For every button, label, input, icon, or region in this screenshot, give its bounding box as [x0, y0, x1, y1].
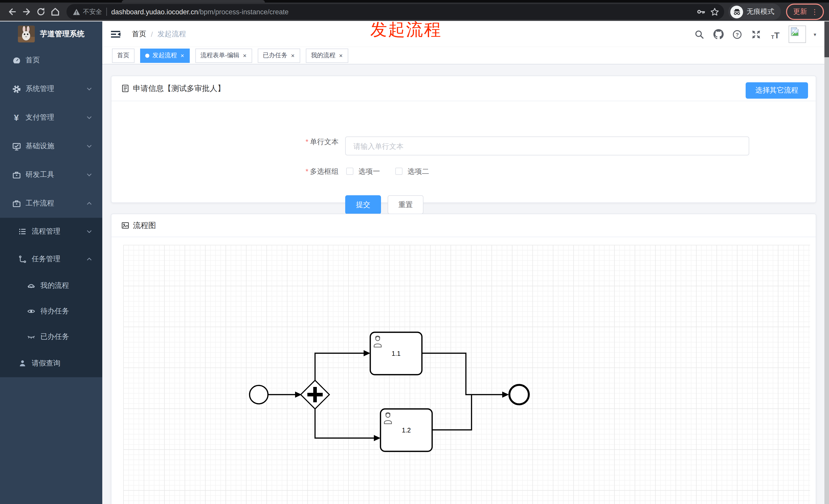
- sidebar-item-label: 请假查询: [32, 359, 94, 368]
- robot-face-icon: [27, 281, 36, 290]
- bpmn-user-task-1[interactable]: 1.1: [370, 332, 422, 375]
- app-title: 芋道管理系统: [40, 29, 84, 39]
- tab-label: 首页: [117, 51, 130, 60]
- choose-other-process-button[interactable]: 选择其它流程: [746, 82, 808, 99]
- required-asterisk: *: [305, 167, 309, 175]
- font-size-button[interactable]: TT: [770, 29, 781, 40]
- checkbox-option-1-label[interactable]: 选项一: [359, 164, 380, 179]
- sidebar-item-done-tasks[interactable]: 已办任务: [0, 324, 102, 350]
- sidebar-item-process-management[interactable]: 流程管理: [0, 218, 102, 245]
- home-icon: [50, 7, 60, 17]
- sidebar-item-workflow[interactable]: 工作流程: [0, 189, 102, 218]
- page-annotation: 发起流程: [370, 18, 442, 41]
- single-line-text-input[interactable]: [345, 137, 749, 155]
- sidebar-item-home[interactable]: 首页: [0, 46, 102, 75]
- flow-task2-to-end[interactable]: [432, 395, 471, 430]
- tab-my-process[interactable]: 我的流程 ×: [306, 48, 348, 63]
- address-bar[interactable]: 不安全 dashboard.yudao.iocoder.cn/bpm/proce…: [67, 4, 724, 20]
- flow-task1-to-end[interactable]: [422, 353, 503, 395]
- sidebar-item-leave-query[interactable]: 请假查询: [0, 350, 102, 377]
- eye-closed-icon: [27, 332, 36, 342]
- bpmn-end-event[interactable]: [509, 385, 529, 404]
- reload-button[interactable]: [34, 5, 48, 19]
- incognito-badge: 无痕模式: [728, 4, 781, 20]
- url-path: /bpm/process-instance/create: [198, 8, 288, 15]
- sidebar-item-my-process[interactable]: 我的流程: [0, 273, 102, 299]
- sidebar-item-label: 已办任务: [40, 332, 94, 342]
- task-label: 1.2: [402, 427, 411, 434]
- chevron-down-icon: [86, 87, 92, 91]
- tab-process-form-edit[interactable]: 流程表单-编辑 ×: [195, 48, 252, 63]
- font-size-icon: T: [771, 35, 774, 40]
- sidebar-item-label: 系统管理: [26, 84, 86, 93]
- bpmn-parallel-gateway[interactable]: [301, 380, 329, 409]
- briefcase-icon: [12, 199, 21, 208]
- list-icon: [18, 227, 27, 236]
- checkbox-option-2-label[interactable]: 选项二: [407, 164, 429, 179]
- github-button[interactable]: [713, 29, 724, 40]
- bpmn-canvas[interactable]: 1.1 1.2: [123, 245, 810, 504]
- search-button[interactable]: [694, 29, 705, 40]
- scrollbar-thumb[interactable]: [824, 22, 829, 57]
- password-key-button[interactable]: [694, 5, 708, 18]
- fullscreen-icon: [752, 29, 761, 39]
- sidebar-item-label: 研发工具: [26, 170, 86, 180]
- browser-update-button[interactable]: 更新 ⋮: [786, 4, 824, 20]
- app-logo-row[interactable]: 芋道管理系统: [0, 22, 102, 46]
- sidebar: 芋道管理系统 首页 系统管理 ¥ 支付管理 基础设施: [0, 22, 102, 504]
- browser-active-tab[interactable]: [122, 0, 265, 3]
- checkbox-option-1[interactable]: [346, 168, 353, 175]
- flow-gateway-to-task1[interactable]: [315, 353, 365, 381]
- url-text: dashboard.yudao.iocoder.cn/bpm/process-i…: [111, 8, 288, 15]
- sidebar-item-task-management[interactable]: 任务管理: [0, 245, 102, 273]
- tab-done-tasks[interactable]: 已办任务 ×: [258, 48, 300, 63]
- close-icon[interactable]: ×: [243, 52, 247, 59]
- chevron-up-icon: [86, 257, 92, 261]
- url-host: dashboard.yudao.iocoder.cn: [111, 8, 198, 15]
- page-scrollbar[interactable]: [824, 22, 829, 504]
- tab-home[interactable]: 首页: [112, 48, 135, 63]
- process-diagram-card: 流程图: [111, 214, 816, 504]
- breadcrumb-home[interactable]: 首页: [132, 30, 146, 39]
- bpmn-start-event[interactable]: [250, 385, 268, 404]
- chevron-down-icon: [86, 173, 92, 177]
- sidebar-item-infrastructure[interactable]: 基础设施: [0, 132, 102, 160]
- dashboard-icon: [12, 56, 21, 65]
- flow-gateway-to-task2[interactable]: [315, 409, 375, 438]
- back-button[interactable]: [5, 5, 20, 19]
- tab-initiate-process[interactable]: 发起流程 ×: [140, 48, 190, 63]
- breadcrumb-current: 发起流程: [157, 30, 186, 39]
- omnibox-divider: [106, 8, 107, 16]
- bpmn-user-task-2[interactable]: 1.2: [381, 409, 432, 451]
- home-button[interactable]: [48, 5, 62, 19]
- close-icon[interactable]: ×: [290, 52, 295, 59]
- tab-label: 我的流程: [311, 51, 335, 60]
- reset-button[interactable]: 重置: [388, 195, 424, 214]
- avatar-caret-icon[interactable]: ▾: [814, 31, 816, 37]
- sidebar-item-payment[interactable]: ¥ 支付管理: [0, 103, 102, 132]
- submit-button[interactable]: 提交: [345, 195, 381, 214]
- sidebar-item-todo-tasks[interactable]: 待办任务: [0, 299, 102, 324]
- sidebar-collapse-button[interactable]: [110, 29, 121, 39]
- sidebar-item-dev-tools[interactable]: 研发工具: [0, 160, 102, 189]
- checkbox-option-2[interactable]: [395, 168, 402, 175]
- close-icon[interactable]: ×: [338, 52, 343, 59]
- help-button[interactable]: ?: [732, 29, 743, 40]
- card-title: 申请信息【测试多审批人】: [133, 84, 225, 93]
- close-icon[interactable]: ×: [180, 52, 185, 59]
- security-label: 不安全: [83, 7, 102, 16]
- active-tab-dot: [145, 53, 149, 57]
- forward-button[interactable]: [20, 5, 34, 19]
- apply-info-card-header: 申请信息【测试多审批人】 选择其它流程: [111, 76, 816, 101]
- app-header: 首页 / 发起流程 ? TT ▾: [102, 22, 829, 47]
- tab-label: 已办任务: [263, 51, 287, 60]
- avatar[interactable]: [789, 26, 806, 43]
- app-logo-rabbit-image: [18, 25, 35, 42]
- browser-menu-icon[interactable]: ⋮: [811, 8, 818, 16]
- eye-icon: [27, 307, 36, 316]
- sidebar-item-system[interactable]: 系统管理: [0, 75, 102, 103]
- document-icon: [121, 84, 130, 92]
- fullscreen-button[interactable]: [751, 29, 762, 40]
- text-field-label: *单行文本: [225, 134, 338, 149]
- bookmark-star-button[interactable]: [708, 5, 721, 18]
